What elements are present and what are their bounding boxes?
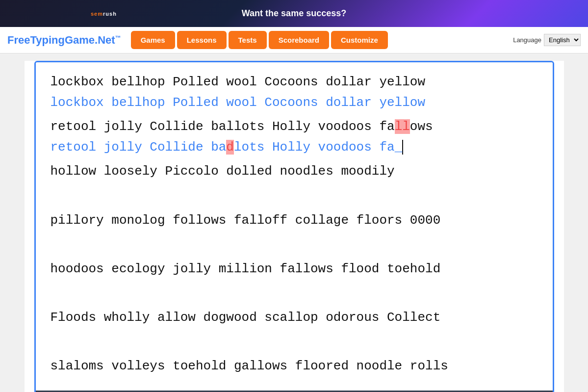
line-group-blank1 xyxy=(51,186,538,207)
line-original-7: hoodoos ecology jolly million fallows fl… xyxy=(51,259,538,280)
ad-logo: semrush xyxy=(91,11,117,17)
ad-banner: semrush Want the same success? xyxy=(0,0,588,27)
line-original-1: lockbox bellhop Polled wool Cocoons doll… xyxy=(51,72,538,93)
line-group-7: hoodoos ecology jolly million fallows fl… xyxy=(51,259,538,280)
line-group-3: hollow loosely Piccolo dolled noodles mo… xyxy=(51,161,538,182)
line-group-11: slaloms volleys toehold gallows floored … xyxy=(51,356,538,377)
nav-bar: Games Lessons Tests Scoreboard Customize xyxy=(131,31,509,49)
line-group-2: retool jolly Collide ballots Holly voodo… xyxy=(51,117,538,157)
line-original-3: hollow loosely Piccolo dolled noodles mo… xyxy=(51,161,538,182)
site-logo: FreeTypingGame.Net™ xyxy=(7,34,121,47)
line-typed-2: retool jolly Collide badlots Holly voodo… xyxy=(51,137,538,158)
cursor: _ xyxy=(395,140,404,155)
line-original-9: Floods wholly allow dogwood scallop odor… xyxy=(51,308,538,328)
nav-lessons[interactable]: Lessons xyxy=(177,31,227,49)
language-select[interactable]: English xyxy=(544,34,581,46)
language-section: Language English xyxy=(513,34,581,46)
line-group-blank3 xyxy=(51,283,538,304)
nav-customize[interactable]: Customize xyxy=(331,31,388,49)
nav-scoreboard[interactable]: Scoreboard xyxy=(269,31,329,49)
ad-text: Want the same success? xyxy=(242,8,346,19)
line-group-9: Floods wholly allow dogwood scallop odor… xyxy=(51,308,538,328)
line-typed-1: lockbox bellhop Polled wool Cocoons doll… xyxy=(51,93,538,113)
main-content: lockbox bellhop Polled wool Cocoons doll… xyxy=(25,61,564,392)
nav-tests[interactable]: Tests xyxy=(229,31,267,49)
line-original-11: slaloms volleys toehold gallows floored … xyxy=(51,356,538,377)
line-group-5: pillory monolog follows falloff collage … xyxy=(51,210,538,231)
language-label: Language xyxy=(513,36,541,44)
line-group-blank4 xyxy=(51,332,538,353)
line-original-2: retool jolly Collide ballots Holly voodo… xyxy=(51,117,538,137)
line-original-5: pillory monolog follows falloff collage … xyxy=(51,210,538,231)
error-char: d xyxy=(226,140,234,155)
typing-box[interactable]: lockbox bellhop Polled wool Cocoons doll… xyxy=(34,61,554,392)
nav-games[interactable]: Games xyxy=(131,31,175,49)
header: FreeTypingGame.Net™ Games Lessons Tests … xyxy=(0,27,588,53)
line-group-1: lockbox bellhop Polled wool Cocoons doll… xyxy=(51,72,538,113)
typing-area[interactable]: lockbox bellhop Polled wool Cocoons doll… xyxy=(36,62,553,391)
line-group-blank2 xyxy=(51,235,538,255)
